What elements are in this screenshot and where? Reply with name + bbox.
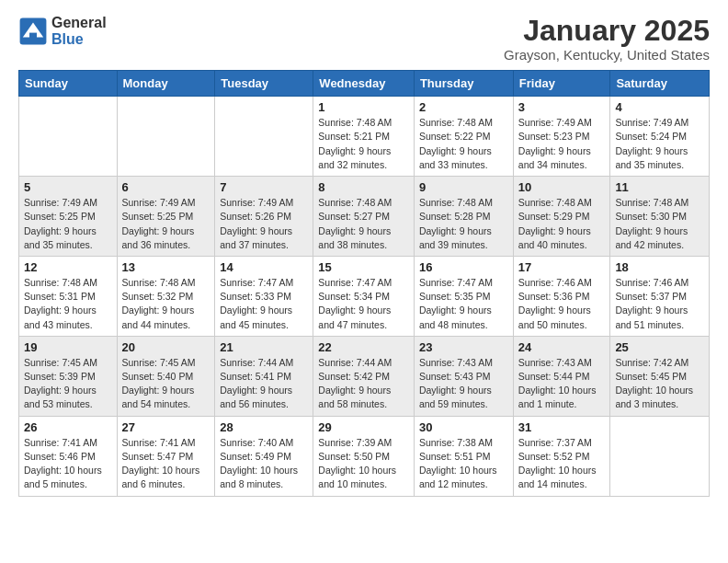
day-info: Sunrise: 7:48 AM Sunset: 5:22 PM Dayligh… (419, 116, 508, 172)
calendar-table: SundayMondayTuesdayWednesdayThursdayFrid… (18, 70, 710, 496)
day-cell (117, 97, 215, 177)
week-row-1: 1Sunrise: 7:48 AM Sunset: 5:21 PM Daylig… (19, 97, 710, 177)
day-number: 16 (419, 260, 508, 274)
day-number: 3 (518, 100, 606, 114)
calendar-container: General Blue January 2025 Grayson, Kentu… (0, 0, 728, 506)
day-cell: 24Sunrise: 7:43 AM Sunset: 5:44 PM Dayli… (513, 336, 610, 416)
col-header-thursday: Thursday (414, 71, 513, 97)
day-cell: 9Sunrise: 7:48 AM Sunset: 5:28 PM Daylig… (414, 177, 513, 257)
day-number: 2 (419, 100, 508, 114)
day-cell: 30Sunrise: 7:38 AM Sunset: 5:51 PM Dayli… (414, 416, 513, 496)
day-number: 7 (220, 180, 308, 194)
col-header-wednesday: Wednesday (313, 71, 415, 97)
day-info: Sunrise: 7:49 AM Sunset: 5:26 PM Dayligh… (220, 196, 308, 252)
day-number: 19 (24, 340, 112, 354)
month-title: January 2025 (504, 15, 710, 47)
day-cell: 21Sunrise: 7:44 AM Sunset: 5:41 PM Dayli… (215, 336, 313, 416)
day-cell: 12Sunrise: 7:48 AM Sunset: 5:31 PM Dayli… (19, 256, 118, 336)
header-row: SundayMondayTuesdayWednesdayThursdayFrid… (19, 71, 710, 97)
day-number: 22 (318, 340, 409, 354)
day-number: 14 (220, 260, 308, 274)
day-number: 1 (318, 100, 409, 114)
day-info: Sunrise: 7:47 AM Sunset: 5:34 PM Dayligh… (318, 276, 409, 332)
day-number: 6 (122, 180, 210, 194)
day-info: Sunrise: 7:46 AM Sunset: 5:36 PM Dayligh… (518, 276, 606, 332)
day-cell: 13Sunrise: 7:48 AM Sunset: 5:32 PM Dayli… (117, 256, 215, 336)
logo-icon (18, 17, 48, 46)
day-info: Sunrise: 7:48 AM Sunset: 5:21 PM Dayligh… (318, 116, 409, 172)
day-info: Sunrise: 7:48 AM Sunset: 5:31 PM Dayligh… (24, 276, 112, 332)
day-cell (19, 97, 118, 177)
day-cell: 11Sunrise: 7:48 AM Sunset: 5:30 PM Dayli… (610, 177, 710, 257)
day-number: 20 (122, 340, 210, 354)
day-info: Sunrise: 7:39 AM Sunset: 5:50 PM Dayligh… (318, 436, 409, 492)
day-number: 12 (24, 260, 112, 274)
day-info: Sunrise: 7:43 AM Sunset: 5:43 PM Dayligh… (419, 356, 508, 412)
col-header-tuesday: Tuesday (215, 71, 313, 97)
header: General Blue January 2025 Grayson, Kentu… (18, 15, 710, 63)
day-info: Sunrise: 7:37 AM Sunset: 5:52 PM Dayligh… (518, 436, 606, 492)
week-row-2: 5Sunrise: 7:49 AM Sunset: 5:25 PM Daylig… (19, 177, 710, 257)
svg-rect-2 (29, 32, 37, 38)
day-info: Sunrise: 7:48 AM Sunset: 5:30 PM Dayligh… (615, 196, 704, 252)
day-number: 13 (122, 260, 210, 274)
day-number: 27 (122, 420, 210, 434)
day-cell: 20Sunrise: 7:45 AM Sunset: 5:40 PM Dayli… (117, 336, 215, 416)
day-info: Sunrise: 7:40 AM Sunset: 5:49 PM Dayligh… (220, 436, 308, 492)
day-number: 31 (518, 420, 606, 434)
day-number: 5 (24, 180, 112, 194)
day-number: 29 (318, 420, 409, 434)
day-number: 10 (518, 180, 606, 194)
col-header-sunday: Sunday (19, 71, 118, 97)
location: Grayson, Kentucky, United States (504, 47, 710, 63)
day-info: Sunrise: 7:43 AM Sunset: 5:44 PM Dayligh… (518, 356, 606, 412)
day-number: 17 (518, 260, 606, 274)
day-number: 18 (615, 260, 704, 274)
day-cell: 4Sunrise: 7:49 AM Sunset: 5:24 PM Daylig… (610, 97, 710, 177)
day-info: Sunrise: 7:48 AM Sunset: 5:27 PM Dayligh… (318, 196, 409, 252)
logo-blue: Blue (51, 31, 107, 48)
day-info: Sunrise: 7:48 AM Sunset: 5:29 PM Dayligh… (518, 196, 606, 252)
day-cell: 29Sunrise: 7:39 AM Sunset: 5:50 PM Dayli… (313, 416, 415, 496)
logo: General Blue (18, 15, 107, 47)
day-cell: 14Sunrise: 7:47 AM Sunset: 5:33 PM Dayli… (215, 256, 313, 336)
day-info: Sunrise: 7:44 AM Sunset: 5:41 PM Dayligh… (220, 356, 308, 412)
day-info: Sunrise: 7:49 AM Sunset: 5:24 PM Dayligh… (615, 116, 704, 172)
day-number: 4 (615, 100, 704, 114)
day-info: Sunrise: 7:49 AM Sunset: 5:25 PM Dayligh… (24, 196, 112, 252)
day-cell: 23Sunrise: 7:43 AM Sunset: 5:43 PM Dayli… (414, 336, 513, 416)
day-cell: 27Sunrise: 7:41 AM Sunset: 5:47 PM Dayli… (117, 416, 215, 496)
day-number: 24 (518, 340, 606, 354)
day-cell: 15Sunrise: 7:47 AM Sunset: 5:34 PM Dayli… (313, 256, 415, 336)
day-cell: 26Sunrise: 7:41 AM Sunset: 5:46 PM Dayli… (19, 416, 118, 496)
day-number: 11 (615, 180, 704, 194)
day-cell: 28Sunrise: 7:40 AM Sunset: 5:49 PM Dayli… (215, 416, 313, 496)
day-cell: 6Sunrise: 7:49 AM Sunset: 5:25 PM Daylig… (117, 177, 215, 257)
day-cell (215, 97, 313, 177)
day-info: Sunrise: 7:41 AM Sunset: 5:47 PM Dayligh… (122, 436, 210, 492)
day-number: 15 (318, 260, 409, 274)
day-info: Sunrise: 7:48 AM Sunset: 5:32 PM Dayligh… (122, 276, 210, 332)
day-cell: 1Sunrise: 7:48 AM Sunset: 5:21 PM Daylig… (313, 97, 415, 177)
day-info: Sunrise: 7:46 AM Sunset: 5:37 PM Dayligh… (615, 276, 704, 332)
logo-general: General (51, 15, 107, 31)
day-cell: 18Sunrise: 7:46 AM Sunset: 5:37 PM Dayli… (610, 256, 710, 336)
week-row-5: 26Sunrise: 7:41 AM Sunset: 5:46 PM Dayli… (19, 416, 710, 496)
day-number: 26 (24, 420, 112, 434)
day-cell: 8Sunrise: 7:48 AM Sunset: 5:27 PM Daylig… (313, 177, 415, 257)
day-info: Sunrise: 7:47 AM Sunset: 5:33 PM Dayligh… (220, 276, 308, 332)
day-number: 23 (419, 340, 508, 354)
day-number: 30 (419, 420, 508, 434)
col-header-friday: Friday (513, 71, 610, 97)
day-info: Sunrise: 7:49 AM Sunset: 5:25 PM Dayligh… (122, 196, 210, 252)
day-cell: 17Sunrise: 7:46 AM Sunset: 5:36 PM Dayli… (513, 256, 610, 336)
day-info: Sunrise: 7:41 AM Sunset: 5:46 PM Dayligh… (24, 436, 112, 492)
day-cell: 3Sunrise: 7:49 AM Sunset: 5:23 PM Daylig… (513, 97, 610, 177)
day-info: Sunrise: 7:49 AM Sunset: 5:23 PM Dayligh… (518, 116, 606, 172)
day-cell: 7Sunrise: 7:49 AM Sunset: 5:26 PM Daylig… (215, 177, 313, 257)
logo-text: General Blue (51, 15, 107, 47)
day-info: Sunrise: 7:38 AM Sunset: 5:51 PM Dayligh… (419, 436, 508, 492)
day-number: 9 (419, 180, 508, 194)
title-block: January 2025 Grayson, Kentucky, United S… (504, 15, 710, 63)
day-number: 25 (615, 340, 704, 354)
